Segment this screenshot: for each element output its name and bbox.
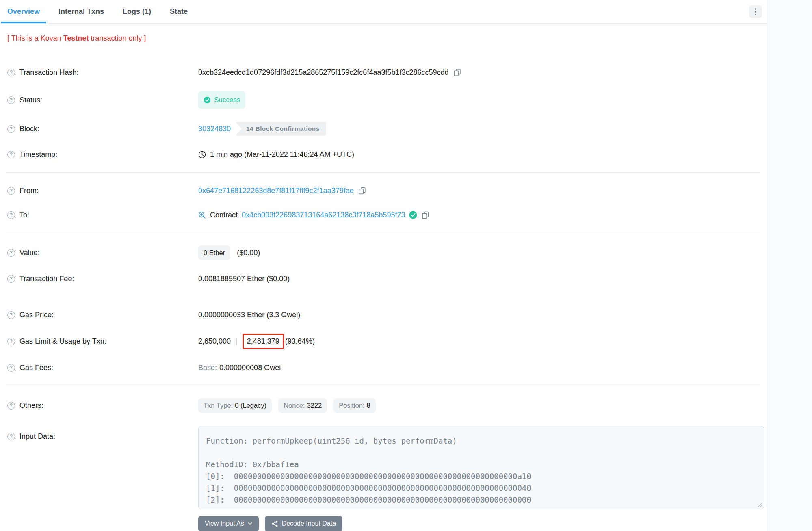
row-gas-price: ? Gas Price: 0.0000000033 Ether (3.3 Gwe… (0, 303, 767, 327)
gas-limit-value: 2,650,000 (198, 336, 231, 347)
transaction-fee-value: 0.0081885507 Ether ($0.00) (198, 273, 290, 284)
row-to: ? To: Contract 0x4cb093f226983713164a621… (0, 203, 767, 227)
chevron-down-icon (248, 522, 252, 525)
verified-check-icon (409, 211, 417, 219)
to-contract-label: Contract (210, 209, 238, 221)
timestamp-value: 1 min ago (Mar-11-2022 11:46:24 AM +UTC) (210, 149, 354, 160)
row-label: Value: (19, 247, 40, 258)
resize-handle[interactable] (758, 503, 762, 507)
block-confirmations-badge: 14 Block Confirmations (236, 122, 326, 136)
copy-to-button[interactable] (421, 211, 430, 219)
help-icon[interactable]: ? (7, 187, 15, 195)
zoom-in-icon[interactable] (198, 211, 206, 219)
block-number-link[interactable]: 30324830 (198, 123, 231, 134)
usd-value: ($0.00) (237, 247, 260, 258)
ether-value-badge: 0 Ether (198, 245, 230, 260)
base-fee-value: 0.000000008 Gwei (219, 362, 281, 373)
row-label: Gas Limit & Usage by Txn: (19, 336, 106, 347)
from-address-link[interactable]: 0x647e7168122263d8e7f81f17fff9c2f1aa379f… (198, 185, 354, 196)
transaction-hash-value: 0xcb324eedcd1d07296fdf3d215a2865275f159c… (198, 67, 449, 78)
copy-from-button[interactable] (358, 186, 366, 195)
help-icon[interactable]: ? (7, 402, 15, 410)
status-badge: Success (198, 91, 245, 109)
group-gas: ? Gas Price: 0.0000000033 Ether (3.3 Gwe… (0, 297, 767, 386)
clock-icon (198, 151, 206, 158)
view-input-as-button[interactable]: View Input As (198, 516, 259, 531)
help-icon[interactable]: ? (7, 338, 15, 345)
decode-icon (271, 520, 278, 527)
help-icon[interactable]: ? (7, 96, 15, 104)
help-icon[interactable]: ? (7, 151, 15, 158)
txn-type-badge: Txn Type:0 (Legacy) (198, 398, 272, 413)
gas-used-highlight-box: 2,481,379 (243, 334, 284, 349)
separator: | (236, 336, 238, 347)
base-fee-label: Base: (198, 362, 217, 373)
row-label: Transaction Hash: (19, 67, 78, 78)
kebab-menu-icon (755, 8, 756, 10)
tab-internal-txns[interactable]: Internal Txns (52, 0, 110, 23)
page-background-strip (767, 0, 812, 531)
to-address-link[interactable]: 0x4cb093f226983713164a62138c3f718a5b595f… (242, 209, 405, 221)
row-label: Timestamp: (19, 149, 57, 160)
more-options-button[interactable] (749, 5, 762, 18)
row-label: Transaction Fee: (19, 273, 74, 284)
help-icon[interactable]: ? (7, 311, 15, 319)
help-icon[interactable]: ? (7, 249, 15, 257)
row-others: ? Others: Txn Type:0 (Legacy) Nonce:3222… (0, 392, 767, 419)
position-badge: Position:8 (333, 398, 375, 413)
row-gas-limit-usage: ? Gas Limit & Usage by Txn: 2,650,000 | … (0, 327, 767, 355)
row-block: ? Block: 30324830 14 Block Confirmations (0, 115, 767, 142)
row-label: Input Data: (19, 431, 55, 442)
input-data-text: Function: performUpkeep(uint256 id, byte… (206, 435, 756, 506)
help-icon[interactable]: ? (7, 364, 15, 372)
row-label: From: (19, 185, 39, 196)
row-label: Gas Price: (19, 309, 54, 321)
input-data-textarea[interactable]: Function: performUpkeep(uint256 id, byte… (198, 426, 764, 509)
row-status: ? Status: Success (0, 85, 767, 115)
row-gas-fees: ? Gas Fees: Base: 0.000000008 Gwei (0, 355, 767, 380)
help-icon[interactable]: ? (7, 69, 15, 76)
tab-logs[interactable]: Logs (1) (116, 0, 158, 23)
copy-hash-button[interactable] (453, 68, 461, 77)
help-icon[interactable]: ? (7, 125, 15, 133)
tab-bar: Overview Internal Txns Logs (1) State (0, 0, 767, 24)
row-input-data: ? Input Data: Function: performUpkeep(ui… (0, 419, 767, 531)
group-value: ? Value: 0 Ether ($0.00) ? Transaction F… (0, 233, 767, 297)
transaction-card: Overview Internal Txns Logs (1) State [ … (0, 0, 767, 531)
copy-icon (453, 68, 461, 77)
row-value: ? Value: 0 Ether ($0.00) (0, 239, 767, 267)
tab-overview[interactable]: Overview (1, 0, 46, 23)
row-from: ? From: 0x647e7168122263d8e7f81f17fff9c2… (0, 178, 767, 203)
tab-state[interactable]: State (163, 0, 194, 23)
row-label: Gas Fees: (19, 362, 53, 373)
group-addresses: ? From: 0x647e7168122263d8e7f81f17fff9c2… (0, 173, 767, 233)
gas-used-percent: (93.64%) (285, 336, 315, 347)
row-transaction-fee: ? Transaction Fee: 0.0081885507 Ether ($… (0, 267, 767, 291)
row-timestamp: ? Timestamp: 1 min ago (Mar-11-2022 11:4… (0, 142, 767, 167)
input-data-actions: View Input As Decode Input Data (198, 516, 764, 531)
gas-used-value: 2,481,379 (247, 337, 279, 345)
testnet-notice: [ This is a Kovan Testnet transaction on… (0, 24, 767, 54)
copy-icon (421, 211, 430, 219)
group-others-input: ? Others: Txn Type:0 (Legacy) Nonce:3222… (0, 386, 767, 531)
help-icon[interactable]: ? (7, 433, 15, 440)
row-label: Block: (19, 123, 39, 134)
help-icon[interactable]: ? (7, 275, 15, 283)
decode-input-data-button[interactable]: Decode Input Data (265, 516, 342, 531)
copy-icon (358, 186, 366, 195)
row-label: Others: (19, 400, 43, 411)
row-label: Status: (19, 94, 42, 106)
row-transaction-hash: ? Transaction Hash: 0xcb324eedcd1d07296f… (0, 60, 767, 85)
row-label: To: (19, 209, 29, 221)
help-icon[interactable]: ? (7, 211, 15, 219)
check-circle-icon (204, 96, 211, 104)
nonce-badge: Nonce:3222 (278, 398, 327, 413)
gas-price-value: 0.0000000033 Ether (3.3 Gwei) (198, 309, 300, 321)
group-summary: ? Transaction Hash: 0xcb324eedcd1d07296f… (0, 54, 767, 172)
